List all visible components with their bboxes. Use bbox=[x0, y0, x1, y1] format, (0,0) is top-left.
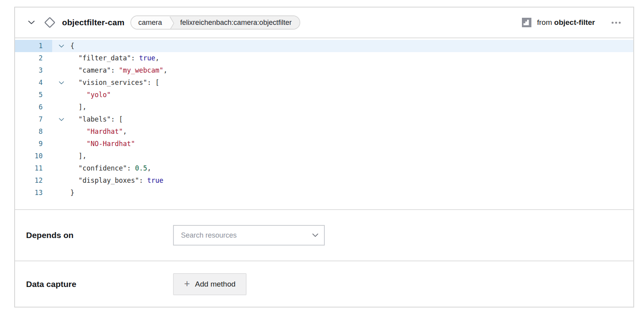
code-line[interactable]: 13} bbox=[15, 187, 633, 199]
token-punctuation bbox=[70, 91, 87, 99]
depends-search bbox=[173, 225, 325, 246]
line-number: 9 bbox=[15, 138, 52, 150]
token-punctuation: } bbox=[70, 189, 74, 197]
line-number: 4 bbox=[15, 77, 52, 89]
token-punctuation bbox=[70, 66, 78, 74]
line-number: 6 bbox=[15, 101, 52, 113]
fold-gutter-spacer bbox=[52, 101, 70, 113]
token-punctuation: , bbox=[123, 128, 127, 135]
code-content[interactable]: "labels": [ bbox=[70, 113, 633, 126]
token-punctuation bbox=[70, 115, 78, 123]
code-line[interactable]: 9 "NO-Hardhat" bbox=[15, 138, 633, 150]
fold-gutter-spacer bbox=[52, 64, 70, 77]
fold-gutter-spacer bbox=[52, 126, 70, 138]
line-number: 13 bbox=[15, 187, 52, 199]
token-punctuation bbox=[70, 164, 78, 172]
depends-on-label: Depends on bbox=[26, 231, 173, 240]
code-line[interactable]: 11 "confidence": 0.5, bbox=[15, 162, 633, 174]
more-options-button[interactable] bbox=[611, 19, 621, 26]
json-config-editor[interactable]: 1{2 "filter_data": true,3 "camera": "my_… bbox=[15, 38, 633, 209]
token-string: "my_webcam" bbox=[119, 66, 164, 74]
code-line[interactable]: 5 "yolo" bbox=[15, 89, 633, 101]
resource-type: camera bbox=[131, 16, 168, 29]
token-punctuation: : [ bbox=[111, 115, 123, 123]
ellipsis-dot bbox=[615, 22, 617, 24]
token-punctuation: ], bbox=[70, 152, 87, 160]
code-line[interactable]: 10 ], bbox=[15, 150, 633, 162]
fold-gutter-spacer bbox=[52, 162, 70, 174]
code-content[interactable]: ], bbox=[70, 101, 633, 113]
fold-gutter-spacer bbox=[52, 138, 70, 150]
code-content[interactable]: ], bbox=[70, 150, 633, 162]
data-capture-label: Data capture bbox=[26, 279, 173, 289]
line-number: 12 bbox=[15, 174, 52, 187]
code-content[interactable]: "filter_data": true, bbox=[70, 52, 633, 64]
fold-gutter-spacer bbox=[52, 174, 70, 187]
fold-gutter-spacer bbox=[52, 187, 70, 199]
code-content[interactable]: } bbox=[70, 187, 633, 199]
line-number: 11 bbox=[15, 162, 52, 174]
fold-chevron-icon[interactable] bbox=[52, 113, 70, 126]
resource-name: objectfilter-cam bbox=[62, 18, 124, 27]
code-line[interactable]: 8 "Hardhat", bbox=[15, 126, 633, 138]
code-line[interactable]: 2 "filter_data": true, bbox=[15, 52, 633, 64]
token-string: "yolo" bbox=[87, 91, 111, 99]
code-line[interactable]: 12 "display_boxes": true bbox=[15, 174, 633, 187]
code-content[interactable]: "display_boxes": true bbox=[70, 174, 633, 187]
code-line[interactable]: 4 "vision_services": [ bbox=[15, 77, 633, 89]
token-punctuation: : bbox=[111, 66, 119, 74]
badge-separator-icon bbox=[168, 16, 175, 29]
code-content[interactable]: "confidence": 0.5, bbox=[70, 162, 633, 174]
fold-gutter-spacer bbox=[52, 52, 70, 64]
token-property: "labels" bbox=[78, 115, 111, 123]
token-string: "Hardhat" bbox=[87, 128, 123, 135]
token-string: "NO-Hardhat" bbox=[87, 140, 135, 148]
token-punctuation bbox=[70, 54, 78, 62]
token-boolean: true bbox=[147, 176, 164, 184]
search-resources-input[interactable] bbox=[173, 225, 325, 246]
component-diamond-icon bbox=[44, 17, 55, 28]
code-content[interactable]: "NO-Hardhat" bbox=[70, 138, 633, 150]
fold-chevron-icon[interactable] bbox=[52, 40, 70, 52]
token-punctuation bbox=[70, 79, 78, 86]
code-line[interactable]: 6 ], bbox=[15, 101, 633, 113]
fold-gutter-spacer bbox=[52, 150, 70, 162]
line-number: 1 bbox=[15, 40, 52, 52]
resource-model: felixreichenbach:camera:objectfilter bbox=[175, 16, 299, 29]
code-line[interactable]: 1{ bbox=[15, 40, 633, 52]
data-capture-section: Data capture + Add method bbox=[15, 261, 633, 307]
resource-type-badge: camera felixreichenbach:camera:objectfil… bbox=[130, 15, 300, 30]
collapse-button[interactable] bbox=[27, 18, 36, 27]
line-number: 5 bbox=[15, 89, 52, 101]
token-punctuation: : bbox=[139, 176, 147, 184]
token-property: "filter_data" bbox=[78, 54, 131, 62]
line-number: 2 bbox=[15, 52, 52, 64]
code-line[interactable]: 3 "camera": "my_webcam", bbox=[15, 64, 633, 77]
module-name: object-filter bbox=[554, 18, 595, 26]
token-property: "confidence" bbox=[78, 164, 127, 172]
ellipsis-dot bbox=[612, 22, 614, 24]
token-punctuation: : [ bbox=[147, 79, 159, 86]
card-header: objectfilter-cam camera felixreichenbach… bbox=[15, 8, 633, 38]
code-content[interactable]: { bbox=[70, 40, 633, 52]
chevron-down-icon bbox=[28, 21, 35, 24]
fold-chevron-icon[interactable] bbox=[52, 77, 70, 89]
add-method-button[interactable]: + Add method bbox=[173, 273, 247, 295]
fold-gutter-spacer bbox=[52, 89, 70, 101]
code-line[interactable]: 7 "labels": [ bbox=[15, 113, 633, 126]
token-number: 0.5 bbox=[135, 164, 147, 172]
module-icon bbox=[522, 17, 532, 28]
line-number: 3 bbox=[15, 64, 52, 77]
token-punctuation bbox=[70, 176, 78, 184]
token-punctuation: , bbox=[155, 54, 159, 62]
line-number: 10 bbox=[15, 150, 52, 162]
plus-icon: + bbox=[184, 279, 190, 289]
token-punctuation: { bbox=[70, 42, 74, 50]
code-content[interactable]: "camera": "my_webcam", bbox=[70, 64, 633, 77]
token-punctuation: , bbox=[163, 66, 167, 74]
code-content[interactable]: "vision_services": [ bbox=[70, 77, 633, 89]
code-content[interactable]: "Hardhat", bbox=[70, 126, 633, 138]
line-number: 8 bbox=[15, 126, 52, 138]
token-property: "vision_services" bbox=[78, 79, 147, 86]
code-content[interactable]: "yolo" bbox=[70, 89, 633, 101]
